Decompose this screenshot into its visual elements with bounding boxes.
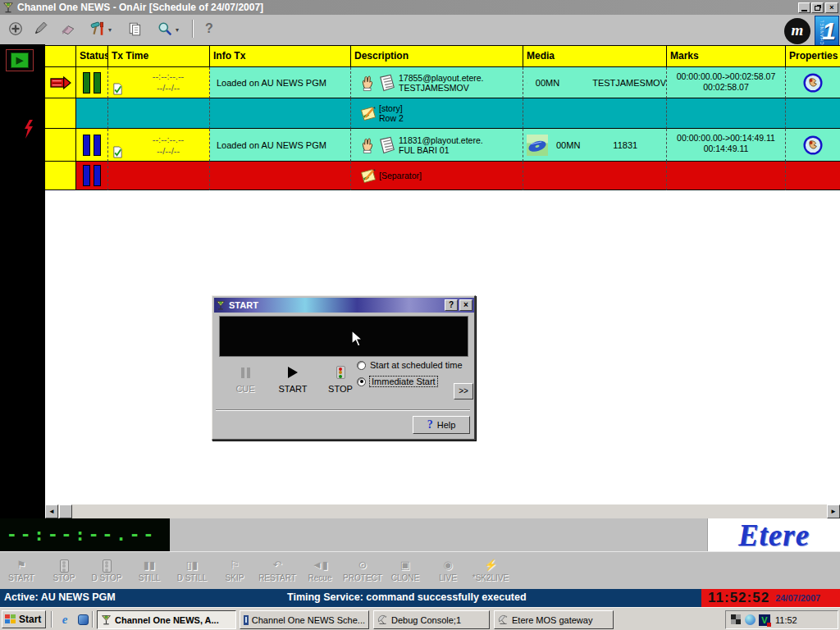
scrollbar-thumb[interactable] <box>59 504 72 518</box>
onair-play-indicator[interactable]: ▶ <box>6 49 34 71</box>
status-cell[interactable] <box>76 98 108 129</box>
transport-stop-button[interactable]: STOP <box>43 552 85 590</box>
marks-cell[interactable]: 00:00:00.00->00:02:58.0700:02:58.07 <box>667 67 786 98</box>
scroll-left-button[interactable]: ◄ <box>45 504 58 518</box>
more-options-button[interactable]: >> <box>454 383 473 399</box>
transport-start-button[interactable]: ⚑START <box>0 552 43 590</box>
media-cell[interactable]: 00MN TESTJAMESMOV <box>523 67 667 98</box>
channel-one-number: 1 <box>822 17 836 45</box>
dialog-help-button-bottom[interactable]: ? Help <box>413 416 470 434</box>
transport-clone-button[interactable]: ▣CLONE <box>384 552 427 590</box>
start-button[interactable]: Start <box>2 610 46 628</box>
status-cell[interactable] <box>76 162 108 190</box>
lightning-icon <box>23 120 34 139</box>
transport-dstill-button[interactable]: ▯▮D STILL <box>171 552 213 590</box>
restore-button[interactable] <box>811 2 824 13</box>
countdown-led-panel: --:--:--.-- <box>0 518 170 551</box>
erase-button[interactable] <box>57 18 79 39</box>
transport-still-button[interactable]: ▮▮STILL <box>128 552 171 590</box>
header-properties[interactable]: Properties <box>786 45 840 67</box>
transport-protect-button[interactable]: ⊙PROTECT <box>341 552 384 590</box>
radio-start-scheduled[interactable]: Start at scheduled time <box>357 360 463 370</box>
dialog-close-button[interactable]: × <box>459 299 472 311</box>
header-description[interactable]: Description <box>351 45 523 67</box>
marks-cell[interactable] <box>667 98 786 129</box>
header-tx-time[interactable]: Tx Time <box>108 45 210 67</box>
copy-button[interactable] <box>125 18 146 39</box>
stop-button-dialog[interactable]: STOP <box>319 363 362 394</box>
close-button[interactable]: × <box>825 2 838 13</box>
cue-button[interactable]: CUE <box>224 363 267 394</box>
transport-restart-button[interactable]: ↶RESTART <box>256 552 299 590</box>
info-tx-cell[interactable] <box>210 98 351 129</box>
header-marker-column[interactable] <box>45 45 76 67</box>
add-button[interactable] <box>5 18 26 39</box>
tx-time-cell[interactable]: --:--:--.----/--/-- <box>108 67 210 98</box>
separator-label: [Separator] <box>379 171 422 180</box>
transport-skip-button[interactable]: ⚐SKIP <box>213 552 256 590</box>
tx-time-cell[interactable] <box>108 162 210 190</box>
task-etere-mos-gateway[interactable]: Etere MOS gateway <box>494 610 614 629</box>
task-channel-one-news-scheduler[interactable]: Channel One NEWS Sche... <box>240 610 369 629</box>
properties-cell[interactable] <box>786 162 840 190</box>
header-media[interactable]: Media <box>523 45 667 67</box>
scroll-right-button[interactable]: ► <box>827 504 840 518</box>
header-info-tx[interactable]: Info Tx <box>210 45 351 67</box>
description-cell[interactable]: [Separator] <box>351 162 523 190</box>
help-button[interactable]: ? <box>199 18 220 39</box>
horizontal-scrollbar[interactable]: ◄ ► <box>45 504 840 518</box>
transport-dstop-button[interactable]: D STOP <box>85 552 128 590</box>
info-tx-cell[interactable]: Loaded on AU NEWS PGM <box>210 129 351 162</box>
properties-cell[interactable] <box>786 67 840 98</box>
media-cell[interactable] <box>523 98 667 129</box>
internet-explorer-icon: e <box>62 613 68 627</box>
transport-recue-button[interactable]: ◄▮Recue <box>299 552 341 590</box>
row-marker-current[interactable] <box>45 67 76 98</box>
search-button[interactable] <box>154 18 176 39</box>
newspaper-icon <box>378 136 396 154</box>
header-status[interactable]: Status <box>76 45 108 67</box>
quick-launch-app[interactable] <box>75 612 90 627</box>
start-button-dialog[interactable]: START <box>272 363 314 394</box>
task-channel-one-news-onair[interactable]: Channel One NEWS, A... <box>97 610 236 629</box>
radio-immediate-start[interactable]: Immediate Start <box>357 377 437 386</box>
minimize-button[interactable] <box>798 2 810 13</box>
header-marks[interactable]: Marks <box>667 45 786 67</box>
media-cell[interactable] <box>523 162 667 190</box>
dialog-help-button[interactable]: ? <box>445 299 458 311</box>
tray-sphere-icon[interactable] <box>745 614 756 625</box>
dialog-title-bar[interactable]: START ? × <box>214 298 474 313</box>
tools-dropdown-icon[interactable]: ▾ <box>108 26 112 34</box>
status-cell[interactable] <box>76 129 108 162</box>
info-tx-cell[interactable]: Loaded on AU NEWS PGM <box>210 67 351 98</box>
check-document-icon <box>112 83 124 95</box>
tools-button[interactable] <box>87 18 108 39</box>
row-marker[interactable] <box>45 162 76 190</box>
properties-cell[interactable] <box>786 98 840 129</box>
tx-time-cell[interactable]: --:--:--.----/--/-- <box>108 129 210 162</box>
info-tx-cell[interactable] <box>210 162 351 190</box>
status-cell[interactable] <box>76 67 108 98</box>
task-debug-console[interactable]: Debug Console;1 <box>373 610 490 629</box>
marks-cell[interactable] <box>667 162 786 190</box>
transport-sk2live-button[interactable]: ⚡*SK2LIVE <box>469 552 512 590</box>
antivirus-icon[interactable]: V <box>759 614 770 626</box>
description-cell[interactable]: 17855@playout.etere.TESTJAMESMOV <box>351 67 523 98</box>
transport-live-button[interactable]: ◉LIVE <box>427 552 469 590</box>
description-cell[interactable]: [story]Row 2 <box>351 98 523 129</box>
search-dropdown-icon[interactable]: ▾ <box>176 26 179 34</box>
edit-button[interactable] <box>30 18 51 39</box>
current-row-arrow-icon <box>50 75 71 89</box>
tx-time-cell[interactable] <box>108 98 210 129</box>
description-cell[interactable]: 11831@playout.etere.FUL BARI 01 <box>351 129 523 162</box>
tray-checker-icon[interactable] <box>731 614 742 625</box>
properties-cell[interactable] <box>786 129 840 162</box>
media-cell[interactable]: 00MN 11831 <box>523 129 667 162</box>
tray-clock[interactable]: 11:52 <box>775 615 797 625</box>
title-bar[interactable]: Channel One NEWS - OnAir [Schedule of 24… <box>0 0 840 15</box>
row-marker[interactable] <box>45 98 76 129</box>
marks-cell[interactable]: 00:00:00.00->00:14:49.1100:14:49.11 <box>667 129 786 162</box>
quick-launch-ie[interactable]: e <box>57 612 72 627</box>
row-marker[interactable] <box>45 129 76 162</box>
pause-bar-icon <box>94 165 101 186</box>
